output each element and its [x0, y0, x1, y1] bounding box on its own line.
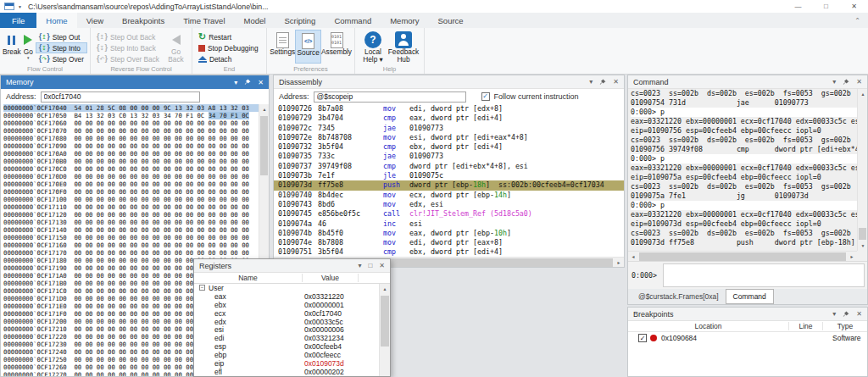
command-hscrollbar-thumb[interactable]	[639, 252, 846, 261]
minimize-button[interactable]: —	[784, 0, 812, 13]
disassembly-current-row[interactable]: 0109073dff75e8pushdword ptr [ebp-18h] ss…	[274, 180, 624, 190]
disassembly-row[interactable]: 010907268b7a08movedi, dword ptr [edx+8]	[274, 104, 624, 114]
disassembly-row[interactable]: 0109072e8b748708movesi, dword ptr [edi+e…	[274, 133, 624, 142]
memory-row[interactable]: 00000000`0CF17150 00 00 00 00 00 00 00 0…	[3, 234, 259, 241]
command-scrollbar-thumb[interactable]	[859, 228, 866, 240]
collapse-group-icon[interactable]: −	[199, 285, 205, 291]
go-button[interactable]: Go ▾	[21, 30, 36, 64]
column-value[interactable]: Value	[303, 274, 359, 282]
scroll-down-icon[interactable]: ▼	[858, 241, 868, 251]
memory-row[interactable]: 00000000`0CF17160 00 00 00 00 00 00 00 0…	[3, 241, 259, 249]
disassembly-menu-icon[interactable]: ▾	[589, 78, 593, 86]
memory-menu-icon[interactable]: ▾	[234, 79, 237, 86]
scroll-right-icon[interactable]: ►	[614, 258, 624, 268]
stop-debugging-button[interactable]: Stop Debugging	[195, 42, 262, 53]
memory-row[interactable]: 00000000`0CF170B0 00 00 00 00 00 00 00 0…	[3, 158, 259, 165]
register-row-ecx[interactable]: ecx0x0cf17040	[194, 309, 379, 318]
memory-row[interactable]: 00000000`0CF17070 00 00 00 00 00 00 00 0…	[3, 127, 259, 135]
close-button[interactable]: ✕	[840, 0, 868, 13]
disassembly-row[interactable]: 0109074b8b45f0moveax, dword ptr [ebp-10h…	[274, 229, 624, 238]
disassembly-close-icon[interactable]: ✕	[613, 78, 619, 86]
column-name[interactable]: Name	[194, 274, 303, 282]
disassembly-row[interactable]: 0109073b7e1fjle0109075c	[274, 171, 624, 180]
step-over-back-button[interactable]: {↶} Step Over Back	[93, 53, 163, 64]
local-help-button[interactable]: ? Local Help ▾	[358, 30, 388, 64]
command-scrollbar[interactable]: ▲ ▼	[857, 89, 867, 251]
memory-row[interactable]: 00000000`0CF170A0 00 00 00 00 00 00 00 0…	[3, 150, 259, 158]
memory-row[interactable]: 00000000`0CF17080 00 00 00 00 00 00 00 0…	[3, 135, 259, 142]
disassembly-row[interactable]: 0109073739749f08cmpdword ptr [edi+ebx*4+…	[274, 162, 624, 171]
disassembly-row[interactable]: 010907513b5f04cmpebx, dword ptr [edi+4]	[274, 247, 624, 257]
memory-pin-icon[interactable]	[244, 79, 251, 86]
assembly-button[interactable]: 01010101 Assembly	[321, 30, 352, 64]
memory-row[interactable]: 00000000`0CF170E0 00 00 00 00 00 00 00 0…	[3, 180, 259, 188]
memory-row[interactable]: 00000000`0CF170F0 00 00 00 00 00 00 00 0…	[3, 188, 259, 196]
go-back-button[interactable]: Go Back	[163, 30, 189, 64]
step-out-button[interactable]: {↥} Step Out	[36, 31, 87, 42]
command-pin-icon[interactable]	[843, 79, 849, 86]
disassembly-row[interactable]: 0109072c7345jae01090773	[274, 124, 624, 133]
memory-row[interactable]: 00000000`0CF170D0 00 00 00 00 00 00 00 0…	[3, 173, 259, 180]
disassembly-row[interactable]: 01090745e856be0f5ccallclr!JIT_Stelem_Ref…	[274, 209, 624, 219]
go-dropdown-icon[interactable]: ▾	[27, 56, 30, 59]
register-row-ebx[interactable]: ebx0x00000001	[194, 301, 379, 309]
break-button[interactable]: Break	[3, 30, 21, 64]
memory-row[interactable]: 00000000`0CF17130 00 00 00 00 00 00 00 0…	[3, 219, 259, 226]
memory-row[interactable]: 00000000`0CF170C0 00 00 00 00 00 00 00 0…	[3, 165, 259, 173]
register-row-edx[interactable]: edx0x00033c5c	[194, 318, 379, 326]
breakpoint-row[interactable]: ✓0x1090684Software	[628, 332, 867, 344]
register-row-edi[interactable]: edi0x03321234	[194, 334, 379, 342]
registers-close-icon[interactable]: ✕	[379, 262, 385, 269]
scroll-right-icon[interactable]: ►	[847, 252, 857, 262]
ribbon-tab-view[interactable]: View	[77, 13, 113, 28]
command-input[interactable]	[663, 263, 865, 287]
source-button[interactable]: </> Source	[295, 30, 321, 64]
step-into-back-button[interactable]: {↧} Step Into Back	[93, 42, 163, 53]
quick-access-dropdown-icon[interactable]: ▼	[18, 4, 22, 9]
register-row-eip[interactable]: eip0x0109073d	[194, 359, 379, 368]
memory-row[interactable]: 00000000`0CF17100 00 00 00 00 00 00 00 0…	[3, 196, 259, 203]
ribbon-tab-file[interactable]: File	[0, 13, 36, 28]
registers-scrollbar[interactable]: ▲	[379, 284, 390, 376]
column-type[interactable]: Type	[823, 322, 867, 330]
disassembly-row[interactable]: 010907293b4704cmpeax, dword ptr [edi+4]	[274, 114, 624, 123]
settings-button[interactable]: Settings	[270, 30, 295, 64]
command-tab--curstack-frames-0xa-[interactable]: @$curstack.Frames[0xa]	[632, 289, 726, 304]
register-row-esi[interactable]: esi0x00000006	[194, 325, 379, 334]
step-out-back-button[interactable]: {↥} Step Out Back	[93, 31, 163, 42]
disassembly-row[interactable]: 01090735733cjae01090773	[274, 152, 624, 161]
register-row-ebp[interactable]: ebp0x00cfeecc	[194, 351, 379, 359]
register-row-eax[interactable]: eax0x03321220	[194, 292, 379, 301]
memory-row[interactable]: 00000000`0CF17060 00 00 00 00 00 00 00 0…	[3, 119, 259, 127]
memory-row[interactable]: 00000000`0CF17170 00 00 00 00 00 00 00 0…	[3, 249, 259, 257]
step-into-button[interactable]: {↧} Step Into	[36, 42, 87, 53]
register-row-efl[interactable]: efl0x00000202	[194, 368, 379, 376]
memory-row[interactable]: 00000000`0CF17090 00 00 00 00 00 00 00 0…	[3, 142, 259, 150]
column-location[interactable]: Location	[628, 322, 789, 330]
memory-row-selected[interactable]: 00000000`0CF17040 54 01 28 5C 08 00 00 0…	[3, 104, 259, 112]
restart-button[interactable]: ↻ Restart	[195, 31, 262, 42]
command-tab-command[interactable]: Command	[726, 289, 774, 304]
breakpoints-close-icon[interactable]: ✕	[856, 310, 862, 318]
maximize-button[interactable]: □	[812, 0, 840, 13]
ribbon-tab-breakpoints[interactable]: Breakpoints	[113, 13, 174, 28]
disassembly-row[interactable]: 010907408b4decmovecx, dword ptr [ebp-14h…	[274, 191, 624, 200]
scroll-up-icon[interactable]: ▲	[380, 284, 390, 294]
registers-menu-icon[interactable]: ▾	[358, 262, 361, 269]
step-over-button[interactable]: {↷} Step Over	[36, 53, 87, 64]
ribbon-tab-model[interactable]: Model	[235, 13, 275, 28]
scroll-left-icon[interactable]: ◄	[628, 252, 638, 262]
disassembly-row[interactable]: 0109074e8b7808movedi, dword ptr [eax+8]	[274, 238, 624, 247]
disassembly-address-input[interactable]	[314, 91, 466, 103]
breakpoints-pin-icon[interactable]	[843, 311, 849, 318]
collapse-ribbon-icon[interactable]: ⌃	[847, 13, 868, 28]
memory-close-icon[interactable]: ✕	[258, 79, 264, 86]
disassembly-row[interactable]: 0109074a46incesi	[274, 219, 624, 229]
disassembly-row[interactable]: 010907438bd6movedx, esi	[274, 200, 624, 209]
follow-current-instruction-checkbox[interactable]: ✓	[481, 92, 490, 101]
column-line[interactable]: Line	[789, 322, 823, 330]
command-hscrollbar[interactable]: ◄ ►	[628, 251, 857, 261]
detach-button[interactable]: Detach	[195, 53, 262, 64]
memory-row[interactable]: 00000000`0CF17120 00 00 00 00 00 00 00 0…	[3, 211, 259, 219]
ribbon-tab-home[interactable]: Home	[36, 13, 76, 28]
